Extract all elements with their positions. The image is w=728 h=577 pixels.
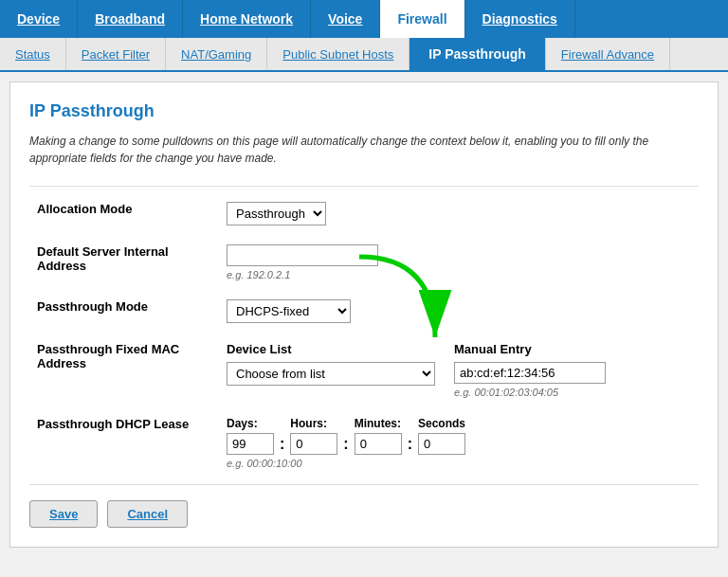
subnav-firewall-advance[interactable]: Firewall Advance	[546, 38, 670, 70]
device-list-col: Device List Choose from list	[227, 342, 435, 386]
seconds-input[interactable]	[418, 433, 465, 455]
hours-group: Hours:	[290, 417, 337, 455]
default-server-hint: e.g. 192.0.2.1	[227, 269, 691, 280]
days-group: Days:	[227, 417, 274, 455]
device-list-col-label: Device List	[227, 342, 435, 356]
save-button[interactable]: Save	[29, 500, 98, 528]
days-input[interactable]	[227, 433, 274, 455]
lease-hint: e.g. 00:00:10:00	[227, 458, 691, 469]
allocation-mode-label: Allocation Mode	[29, 192, 219, 235]
passthrough-mode-select[interactable]: DHCPS-fixedDHCPS-dynamicManual	[227, 299, 351, 323]
form-table: Allocation Mode PassthroughDefault Defau…	[29, 192, 699, 478]
subnav-public-subnet-hosts[interactable]: Public Subnet Hosts	[267, 38, 410, 70]
main-content: IP Passthrough Making a change to some p…	[9, 81, 719, 548]
device-list-select[interactable]: Choose from list	[227, 362, 435, 386]
allocation-mode-row: Allocation Mode PassthroughDefault	[29, 192, 699, 235]
manual-entry-input[interactable]	[454, 362, 606, 384]
passthrough-fixed-mac-row: Passthrough Fixed MAC Address	[29, 333, 699, 407]
minutes-group: Minutes:	[355, 417, 402, 455]
hours-input[interactable]	[290, 433, 337, 455]
subnav-packet-filter[interactable]: Packet Filter	[66, 38, 166, 70]
divider-bottom	[29, 484, 699, 485]
passthrough-fixed-mac-field: Device List Choose from list Manual Entr…	[219, 333, 699, 407]
button-row: Save Cancel	[29, 500, 699, 528]
minutes-input[interactable]	[355, 433, 402, 455]
passthrough-dhcp-lease-label: Passthrough DHCP Lease	[29, 407, 219, 478]
manual-entry-col: Manual Entry e.g. 00:01:02:03:04:05	[454, 342, 606, 398]
default-server-field: e.g. 192.0.2.1	[219, 235, 699, 290]
page-description: Making a change to some pulldowns on thi…	[29, 133, 699, 167]
subnav-ip-passthrough[interactable]: IP Passthrough	[410, 38, 545, 70]
nav-broadband[interactable]: Broadband	[78, 0, 183, 38]
allocation-mode-field: PassthroughDefault	[219, 192, 699, 235]
subnav-status[interactable]: Status	[0, 38, 66, 70]
manual-entry-col-label: Manual Entry	[454, 342, 606, 356]
lease-inputs: Days: : Hours: : Minutes: : S	[227, 417, 691, 455]
green-arrow-icon	[350, 252, 454, 356]
seconds-group: Seconds	[418, 417, 465, 455]
minutes-label: Minutes:	[355, 417, 402, 430]
nav-firewall[interactable]: Firewall	[380, 0, 464, 38]
nav-device[interactable]: Device	[0, 0, 78, 38]
sub-nav: Status Packet Filter NAT/Gaming Public S…	[0, 38, 728, 72]
page-title: IP Passthrough	[29, 101, 699, 121]
cancel-button[interactable]: Cancel	[107, 500, 188, 528]
colon-3: :	[406, 436, 414, 453]
manual-entry-hint: e.g. 00:01:02:03:04:05	[454, 387, 606, 398]
passthrough-mode-field: DHCPS-fixedDHCPS-dynamicManual	[219, 290, 699, 333]
passthrough-mode-label: Passthrough Mode	[29, 290, 219, 333]
colon-2: :	[341, 436, 350, 453]
top-nav: Device Broadband Home Network Voice Fire…	[0, 0, 728, 38]
colon-1: :	[278, 436, 286, 453]
allocation-mode-select[interactable]: PassthroughDefault	[227, 202, 326, 225]
divider-top	[29, 186, 699, 187]
passthrough-dhcp-lease-field: Days: : Hours: : Minutes: : S	[219, 407, 699, 478]
subnav-nat-gaming[interactable]: NAT/Gaming	[166, 38, 267, 70]
nav-home-network[interactable]: Home Network	[183, 0, 311, 38]
passthrough-dhcp-lease-row: Passthrough DHCP Lease Days: : Hours: : …	[29, 407, 699, 478]
hours-label: Hours:	[290, 417, 337, 430]
default-server-label: Default Server Internal Address	[29, 235, 219, 290]
seconds-label: Seconds	[418, 417, 465, 430]
nav-diagnostics[interactable]: Diagnostics	[465, 0, 575, 38]
passthrough-fixed-mac-label: Passthrough Fixed MAC Address	[29, 333, 219, 407]
days-label: Days:	[227, 417, 274, 430]
nav-voice[interactable]: Voice	[311, 0, 380, 38]
mac-section: Device List Choose from list Manual Entr…	[227, 342, 691, 398]
